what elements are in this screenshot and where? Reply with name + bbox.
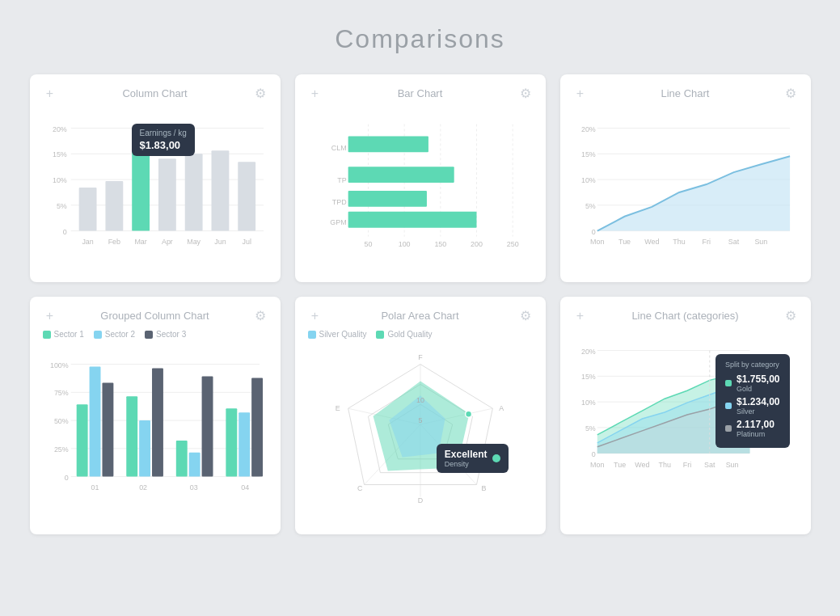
svg-text:0: 0 (591, 228, 595, 236)
svg-text:10: 10 (416, 396, 424, 404)
svg-text:50%: 50% (53, 417, 68, 425)
svg-text:0: 0 (591, 450, 595, 458)
svg-text:02: 02 (139, 483, 147, 492)
add-icon[interactable]: + (43, 309, 57, 323)
svg-text:Sun: Sun (725, 461, 738, 469)
add-icon[interactable]: + (308, 309, 323, 323)
svg-text:Apr: Apr (161, 238, 172, 247)
svg-text:200: 200 (471, 240, 483, 248)
excellent-text: Excellent Density (445, 449, 488, 468)
split-row-platinum: 2.117,00 Platinum (725, 419, 779, 438)
polar-chart-title: Polar Area Chart (323, 310, 518, 322)
excellent-dot (492, 454, 500, 462)
svg-text:20%: 20% (52, 125, 66, 133)
svg-text:Thu: Thu (658, 461, 670, 469)
polar-tooltip: Excellent Density (437, 444, 509, 473)
svg-text:GPM: GPM (330, 218, 346, 226)
column-chart-area: Earnings / kg $1.83,00 20% 15% 10% 5% 0 (43, 108, 268, 269)
legend-label-sector3: Sector 3 (156, 330, 186, 339)
legend-label-sector2: Sector 2 (105, 330, 135, 339)
grouped-chart-title: Grouped Column Chart (57, 310, 253, 322)
svg-rect-12 (132, 129, 150, 231)
split-dot-platinum (725, 425, 732, 432)
svg-text:10%: 10% (580, 399, 595, 407)
column-svg: 20% 15% 10% 5% 0 (43, 108, 268, 269)
svg-text:04: 04 (241, 483, 249, 492)
polar-svg: F A B C E D 5 10 (308, 344, 533, 521)
column-chart-header: + Column Chart ⚙ (43, 86, 268, 101)
settings-icon[interactable]: ⚙ (783, 308, 798, 323)
split-dot-silver (725, 403, 732, 409)
line-svg: 20% 15% 10% 5% 0 Mon Tue Wed Thu Fri Sat… (573, 108, 798, 269)
svg-text:D: D (417, 496, 423, 504)
legend-dot-silver (308, 331, 316, 339)
svg-text:50: 50 (364, 240, 372, 248)
line-chart-area: 20% 15% 10% 5% 0 Mon Tue Wed Thu Fri Sat… (573, 108, 798, 269)
split-tooltip-title: Split by category (725, 361, 779, 369)
svg-text:75%: 75% (53, 389, 68, 397)
svg-rect-11 (105, 181, 123, 231)
line-chart-header: + Line Chart ⚙ (573, 86, 798, 101)
svg-text:TPD: TPD (331, 198, 346, 206)
svg-text:TP: TP (337, 176, 346, 184)
svg-text:Tue: Tue (614, 461, 626, 469)
add-icon[interactable]: + (573, 309, 588, 323)
split-val-platinum: 2.117,00 (737, 419, 775, 430)
svg-marker-52 (597, 156, 789, 230)
add-icon[interactable]: + (43, 86, 57, 101)
svg-rect-35 (348, 191, 426, 207)
svg-text:Feb: Feb (108, 238, 120, 247)
settings-icon[interactable]: ⚙ (253, 86, 268, 101)
polar-chart-area: Excellent Density (308, 344, 533, 521)
split-val-gold: $1.755,00 (737, 373, 779, 385)
svg-rect-75 (152, 369, 163, 477)
svg-rect-15 (211, 150, 229, 230)
settings-icon[interactable]: ⚙ (518, 308, 533, 323)
svg-rect-71 (89, 367, 100, 477)
svg-text:Thu: Thu (673, 238, 685, 247)
svg-text:01: 01 (91, 483, 99, 492)
split-val-silver: $1.234,00 (737, 396, 779, 407)
svg-text:Sat: Sat (728, 238, 739, 247)
split-tooltip: Split by category $1.755,00 Gold $1.234,… (715, 354, 789, 448)
svg-text:250: 250 (506, 240, 518, 248)
column-chart-title: Column Chart (57, 87, 253, 99)
split-row-gold: $1.755,00 Gold (725, 373, 779, 393)
line-chart-title: Line Chart (588, 87, 783, 99)
svg-rect-36 (348, 212, 476, 228)
svg-rect-73 (126, 396, 137, 476)
svg-rect-81 (251, 378, 263, 476)
legend-dot-gold (376, 331, 384, 339)
bar-chart-header: + Bar Chart ⚙ (308, 86, 533, 101)
svg-text:Sun: Sun (754, 238, 767, 247)
svg-text:20%: 20% (580, 348, 595, 356)
grouped-svg: 100% 75% 50% 25% 0 (43, 344, 268, 521)
split-row-silver: $1.234,00 Silver (725, 396, 779, 416)
svg-text:0: 0 (64, 474, 68, 482)
grouped-chart-area: 100% 75% 50% 25% 0 (43, 344, 268, 521)
svg-text:0: 0 (62, 228, 66, 236)
svg-text:5%: 5% (56, 202, 66, 210)
svg-rect-77 (188, 453, 200, 477)
add-icon[interactable]: + (308, 86, 323, 101)
linecat-chart-area: Split by category $1.755,00 Gold $1.234,… (573, 330, 798, 508)
split-name-gold: Gold (737, 385, 779, 393)
svg-text:25%: 25% (53, 445, 68, 454)
svg-text:5%: 5% (585, 202, 595, 210)
settings-icon[interactable]: ⚙ (783, 86, 798, 101)
split-info-silver: $1.234,00 Silver (737, 396, 779, 416)
bar-chart-area: CLM TP TPD GPM 50 100 150 200 250 (308, 108, 533, 269)
line-chart-card: + Line Chart ⚙ 20% 15% 10% 5% 0 (560, 74, 811, 282)
svg-text:100: 100 (398, 240, 410, 248)
page-title: Comparisons (335, 24, 505, 54)
svg-text:A: A (499, 404, 504, 412)
settings-icon[interactable]: ⚙ (253, 308, 268, 323)
svg-text:20%: 20% (580, 125, 595, 133)
svg-text:10%: 10% (52, 176, 66, 184)
legend-sector1: Sector 1 (43, 330, 84, 339)
add-icon[interactable]: + (573, 86, 588, 101)
settings-icon[interactable]: ⚙ (518, 86, 533, 101)
svg-text:Jun: Jun (214, 238, 226, 247)
svg-text:15%: 15% (52, 150, 66, 158)
svg-text:5%: 5% (585, 424, 595, 432)
